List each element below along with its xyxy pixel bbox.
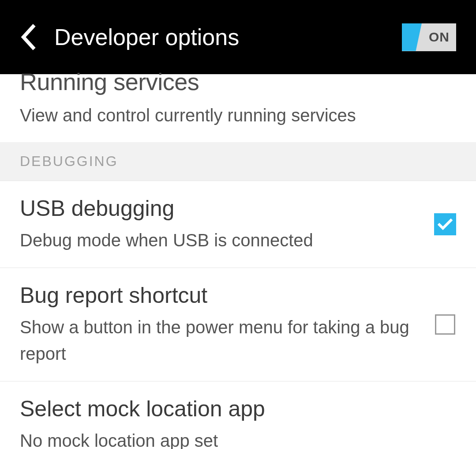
header-left: Developer options	[20, 24, 239, 50]
setting-title: Bug report shortcut	[20, 282, 421, 309]
page-title: Developer options	[54, 24, 239, 50]
setting-text: Bug report shortcut Show a button in the…	[20, 282, 421, 367]
setting-mock-location[interactable]: Select mock location app No mock locatio…	[0, 381, 476, 449]
checkbox-bug-report[interactable]	[434, 313, 456, 336]
setting-text: USB debugging Debug mode when USB is con…	[20, 195, 421, 253]
checkbox-usb-debugging[interactable]	[434, 213, 456, 235]
setting-subtitle: Debug mode when USB is connected	[20, 227, 421, 253]
toggle-active-indicator	[402, 23, 422, 51]
setting-title: Select mock location app	[20, 396, 456, 422]
master-toggle[interactable]: ON	[402, 23, 456, 51]
setting-subtitle: Show a button in the power menu for taki…	[20, 314, 421, 367]
section-header-label: DEBUGGING	[20, 153, 456, 170]
checkbox-empty-icon	[435, 314, 455, 335]
checkmark-icon	[434, 213, 456, 235]
setting-subtitle: View and control currently running servi…	[20, 104, 456, 127]
section-header-debugging: DEBUGGING	[0, 142, 476, 181]
setting-title: Running services	[20, 69, 456, 95]
setting-bug-report-shortcut[interactable]: Bug report shortcut Show a button in the…	[0, 268, 476, 381]
app-header: Developer options ON	[0, 0, 476, 74]
setting-title: USB debugging	[20, 195, 421, 222]
back-icon[interactable]	[20, 24, 36, 50]
content-area: Running services View and control curren…	[0, 69, 476, 449]
setting-usb-debugging[interactable]: USB debugging Debug mode when USB is con…	[0, 181, 476, 268]
setting-running-services[interactable]: Running services View and control curren…	[0, 69, 476, 142]
setting-text: Select mock location app No mock locatio…	[20, 396, 456, 449]
setting-subtitle: No mock location app set	[20, 427, 456, 449]
toggle-label: ON	[429, 30, 456, 45]
